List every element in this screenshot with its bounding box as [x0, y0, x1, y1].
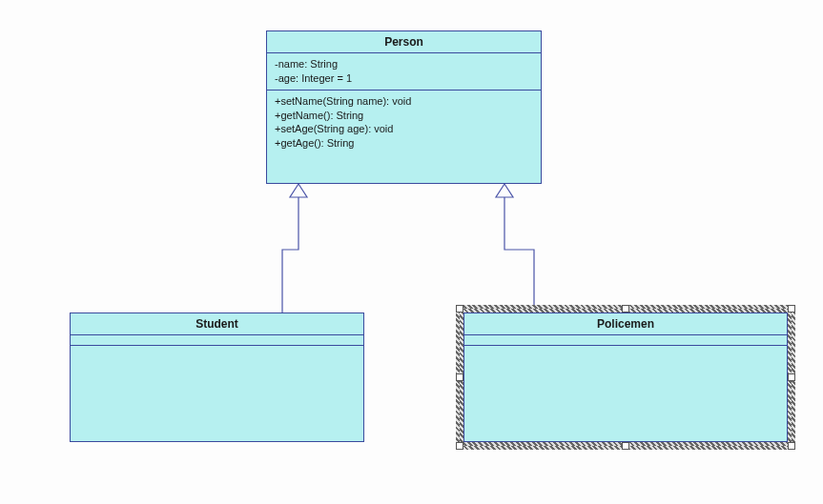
selection-handle-e[interactable]	[788, 373, 795, 381]
list-item: +getName(): String	[275, 109, 533, 123]
list-item: +setName(String name): void	[275, 94, 533, 109]
list-item: +getAge(): String	[275, 136, 533, 151]
selection-handle-w[interactable]	[456, 373, 463, 381]
selection-handle-ne[interactable]	[788, 305, 795, 312]
list-item: +setAge(String age): void	[275, 122, 533, 136]
selection-handle-se[interactable]	[788, 442, 795, 450]
class-student-attributes	[71, 335, 363, 346]
selection-handle-sw[interactable]	[456, 442, 463, 450]
selection-handle-nw[interactable]	[456, 305, 463, 312]
class-policemen-attributes	[464, 335, 787, 346]
list-item: -name: String	[275, 57, 533, 71]
class-policemen-operations	[464, 346, 787, 355]
generalization-connector[interactable]	[504, 197, 534, 312]
class-student[interactable]: Student	[70, 312, 364, 442]
class-policemen-title: Policemen	[464, 313, 787, 335]
class-person-operations: +setName(String name): void+getName(): S…	[267, 91, 541, 154]
class-student-title: Student	[71, 313, 363, 335]
generalization-connector[interactable]	[282, 197, 298, 312]
class-person-attributes: -name: String-age: Integer = 1	[267, 53, 541, 91]
list-item: -age: Integer = 1	[275, 71, 533, 86]
selection-handle-n[interactable]	[622, 305, 629, 312]
generalization-arrowhead	[290, 184, 307, 197]
selection-handle-s[interactable]	[622, 442, 629, 450]
generalization-arrowhead	[496, 184, 513, 197]
class-student-operations	[71, 346, 363, 355]
class-policemen[interactable]: Policemen	[463, 312, 788, 442]
class-person-title: Person	[267, 31, 541, 53]
class-person[interactable]: Person -name: String-age: Integer = 1 +s…	[266, 30, 542, 184]
